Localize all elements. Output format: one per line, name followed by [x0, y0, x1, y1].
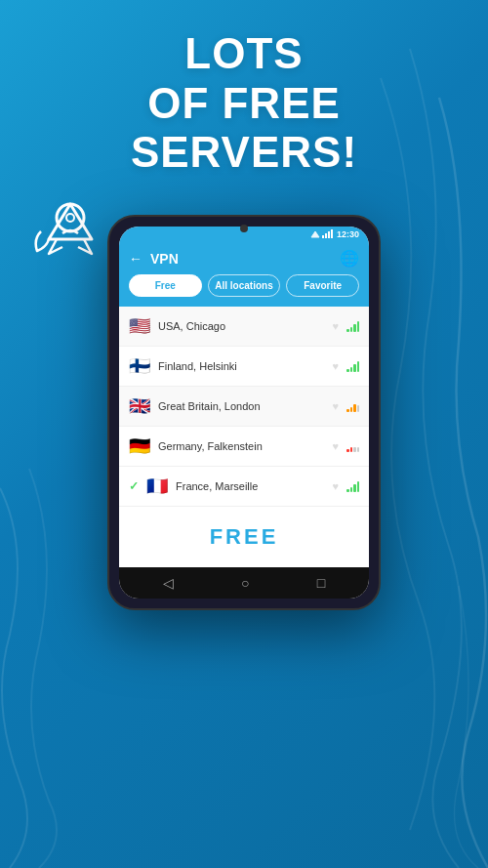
status-icons — [310, 230, 333, 238]
status-signal — [322, 230, 333, 238]
signal-usa — [346, 320, 359, 332]
camera-notch — [240, 225, 248, 232]
svg-marker-2 — [311, 231, 319, 237]
tab-free[interactable]: Free — [129, 274, 202, 297]
favorite-icon-germany[interactable]: ♥ — [332, 440, 339, 452]
phone-back-button[interactable]: ◁ — [163, 575, 174, 591]
flag-usa: 🇺🇸 — [129, 315, 150, 337]
server-name-germany: Germany, Falkenstein — [158, 440, 324, 452]
tab-favorite[interactable]: Favorite — [286, 274, 359, 297]
signal-france — [346, 480, 359, 492]
signal-finland — [346, 360, 359, 372]
nav-title: VPN — [150, 251, 340, 267]
phone-home-button[interactable]: ○ — [241, 575, 249, 591]
server-name-usa: USA, Chicago — [158, 320, 324, 332]
server-name-finland: Finland, Helsinki — [158, 360, 324, 372]
back-button[interactable]: ← — [129, 251, 142, 267]
rocket-icon — [20, 190, 98, 269]
free-label: FREE — [119, 507, 369, 567]
phone-recent-button[interactable]: □ — [317, 575, 325, 591]
svg-point-1 — [66, 214, 74, 222]
nav-bar: ← VPN 🌐 — [119, 242, 369, 274]
server-item-usa[interactable]: 🇺🇸 USA, Chicago ♥ — [119, 307, 369, 347]
favorite-icon-france[interactable]: ♥ — [332, 480, 339, 492]
signal-gb — [346, 400, 359, 412]
phone-body: 12:30 ← VPN 🌐 Free All locations Favorit… — [107, 215, 381, 610]
server-item-gb[interactable]: 🇬🇧 Great Britain, London ♥ — [119, 387, 369, 427]
globe-button[interactable]: 🌐 — [340, 249, 359, 268]
status-time: 12:30 — [337, 229, 359, 239]
phone-mockup: 12:30 ← VPN 🌐 Free All locations Favorit… — [107, 215, 381, 610]
flag-germany: 🇩🇪 — [129, 435, 150, 457]
flag-finland: 🇫🇮 — [129, 355, 150, 377]
flag-france: 🇫🇷 — [146, 475, 168, 497]
hero-section: Lots of free servers! — [0, 29, 488, 178]
signal-germany — [346, 440, 359, 452]
flag-gb: 🇬🇧 — [129, 395, 150, 417]
selected-check-icon: ✓ — [129, 479, 139, 493]
favorite-icon-gb[interactable]: ♥ — [332, 400, 339, 412]
server-item-germany[interactable]: 🇩🇪 Germany, Falkenstein ♥ — [119, 427, 369, 467]
favorite-icon-finland[interactable]: ♥ — [332, 360, 339, 372]
favorite-icon-usa[interactable]: ♥ — [332, 320, 339, 332]
tab-all-locations[interactable]: All locations — [208, 274, 281, 297]
tab-bar: Free All locations Favorite — [119, 274, 369, 307]
server-list: 🇺🇸 USA, Chicago ♥ 🇫🇮 Finland, Helsinki ♥ — [119, 307, 369, 507]
hero-title: Lots of free servers! — [0, 29, 488, 178]
server-name-france: France, Marseille — [176, 480, 324, 492]
phone-screen: 12:30 ← VPN 🌐 Free All locations Favorit… — [119, 227, 369, 599]
server-name-gb: Great Britain, London — [158, 400, 324, 412]
server-item-finland[interactable]: 🇫🇮 Finland, Helsinki ♥ — [119, 347, 369, 387]
phone-bottom-nav: ◁ ○ □ — [119, 567, 369, 599]
server-item-france[interactable]: ✓ 🇫🇷 France, Marseille ♥ — [119, 467, 369, 507]
